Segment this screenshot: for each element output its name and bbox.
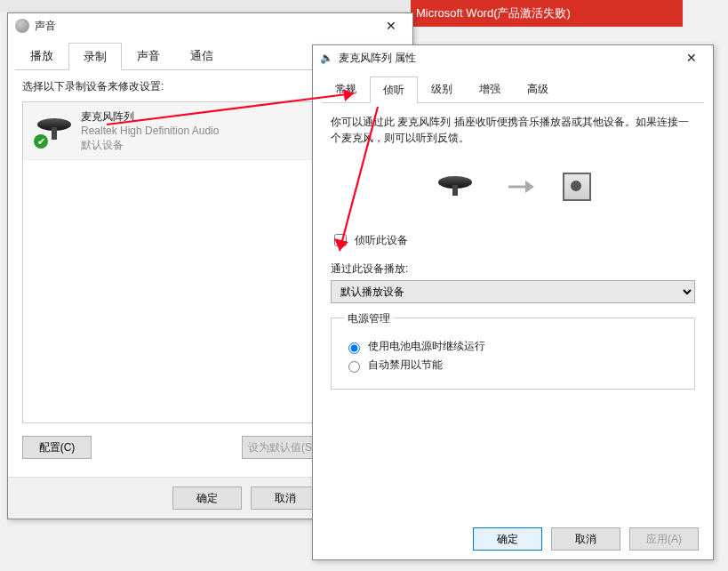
configure-button[interactable]: 配置(C) [22,436,92,459]
tab-recording[interactable]: 录制 [68,43,122,70]
tab-listen[interactable]: 侦听 [370,76,418,103]
close-icon[interactable]: ✕ [375,13,407,38]
pm-option-continue[interactable]: 使用电池电源时继续运行 [344,339,682,354]
sound-titlebar: 声音 ✕ [8,13,412,38]
signal-flow-diagram [331,173,695,201]
playthrough-select[interactable]: 默认播放设备 [331,280,695,303]
sound-ok-button[interactable]: 确定 [172,487,242,510]
listen-checkbox[interactable] [334,234,347,246]
playthrough-label: 通过此设备播放: [331,261,695,277]
prop-titlebar: 🔈 麦克风阵列 属性 ✕ [313,45,713,70]
prop-cancel-button[interactable]: 取消 [551,527,620,551]
pm-label-2: 自动禁用以节能 [368,358,443,373]
pm-radio-2[interactable] [348,361,360,373]
sound-cancel-button[interactable]: 取消 [251,487,320,510]
pm-legend: 电源管理 [344,311,394,326]
set-default-button: 设为默认值(S) [242,436,322,459]
listen-description: 你可以通过此 麦克风阵列 插座收听便携音乐播放器或其他设备。如果连接一个麦克风，… [331,114,695,146]
prop-tabs: 常规 侦听 级别 增强 高级 [322,76,704,103]
microphone-icon: ✔ [32,113,81,149]
tab-sounds[interactable]: 声音 [122,42,175,69]
device-name: 麦克风阵列 [81,109,219,124]
tab-enhance[interactable]: 增强 [466,76,514,102]
svg-marker-1 [525,181,534,193]
tab-advanced[interactable]: 高级 [514,76,562,102]
microphone-icon [435,176,479,197]
tab-levels[interactable]: 级别 [418,76,466,102]
prop-title: 麦克风阵列 属性 [339,45,416,70]
listen-checkbox-row[interactable]: 侦听此设备 [331,231,695,249]
prop-button-bar: 确定 取消 应用(A) [313,519,713,559]
power-management-group: 电源管理 使用电池电源时继续运行 自动禁用以节能 [331,318,695,390]
tab-general[interactable]: 常规 [322,76,370,102]
device-text: 麦克风阵列 Realtek High Definition Audio 默认设备 [81,109,219,152]
listen-checkbox-label: 侦听此设备 [355,233,408,248]
prop-ok-button[interactable]: 确定 [473,527,542,551]
arrow-right-icon [508,179,534,195]
speaker-icon: 🔈 [320,45,333,70]
speaker-device-icon [563,173,591,201]
device-driver: Realtek High Definition Audio [81,124,219,138]
device-status: 默认设备 [81,138,219,152]
word-title-strip: Microsoft Word(产品激活失败) [411,0,683,27]
tab-playback[interactable]: 播放 [15,42,68,69]
pm-radio-1[interactable] [348,342,360,354]
tab-comm[interactable]: 通信 [175,42,228,69]
prop-apply-button: 应用(A) [629,527,699,551]
pm-option-disable[interactable]: 自动禁用以节能 [344,358,682,373]
sound-title: 声音 [35,13,56,38]
pm-label-1: 使用电池电源时继续运行 [368,339,485,354]
sound-icon [15,19,29,33]
close-icon[interactable]: ✕ [676,45,708,70]
mic-properties-window: 🔈 麦克风阵列 属性 ✕ 常规 侦听 级别 增强 高级 你可以通过此 麦克风阵列… [312,44,714,560]
background-taskbar-strip [0,0,411,12]
